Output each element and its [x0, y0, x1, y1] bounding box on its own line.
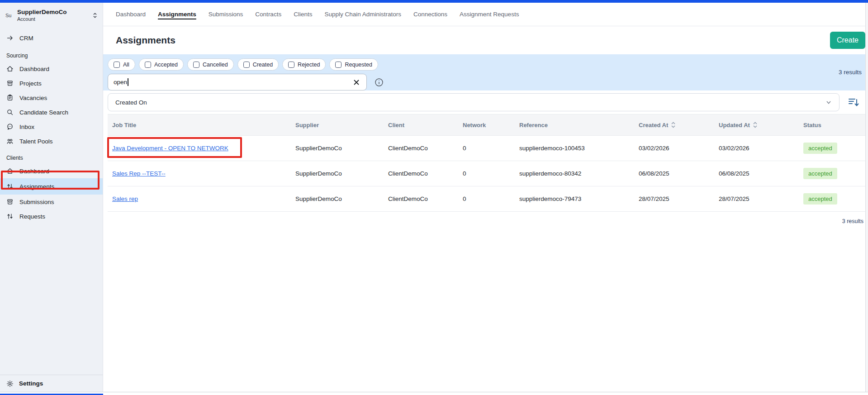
sidebar-item-label: Talent Pools [19, 138, 53, 145]
clear-search-icon[interactable] [352, 78, 361, 87]
column-header-supplier: Supplier [291, 122, 384, 128]
supplier-cell: SupplierDemoCo [291, 170, 384, 177]
account-switcher[interactable]: Su SupplierDemoCo Account [0, 3, 103, 27]
filter-chip-requested[interactable]: Requested [329, 58, 378, 71]
results-count: 3 results [839, 69, 862, 76]
checkbox[interactable] [145, 62, 151, 68]
sidebar-item-clients-dashboard[interactable]: Dashboard [0, 164, 103, 178]
column-header-client: Client [384, 122, 458, 128]
sidebar-item-crm[interactable]: CRM [0, 30, 103, 46]
tab-dashboard[interactable]: Dashboard [116, 11, 146, 18]
sidebar-item-label: Assignments [19, 183, 54, 190]
sort-chevrons-icon[interactable] [671, 122, 676, 128]
sidebar-item-label: Dashboard [19, 168, 49, 175]
tab-contracts[interactable]: Contracts [255, 11, 281, 18]
tab-assignment-requests[interactable]: Assignment Requests [460, 11, 519, 18]
vertical-scrollbar[interactable] [865, 3, 868, 392]
create-button[interactable]: Create [830, 32, 865, 49]
sidebar-item-label: CRM [19, 35, 33, 42]
status-badge: accepted [803, 143, 837, 154]
column-header-updated-at[interactable]: Updated At [714, 122, 799, 128]
page-title: Assignments [116, 35, 175, 46]
filter-chip-accepted[interactable]: Accepted [139, 58, 184, 71]
checkbox[interactable] [193, 62, 199, 68]
settings-label: Settings [19, 380, 43, 387]
supplier-cell: SupplierDemoCo [291, 145, 384, 152]
client-cell: ClientDemoCo [384, 195, 458, 202]
sidebar-item-label: Projects [19, 80, 42, 87]
client-cell: ClientDemoCo [384, 170, 458, 177]
chevron-down-icon [825, 99, 832, 105]
window-bottom-edge [0, 392, 868, 392]
swap-arrows-icon [6, 183, 14, 190]
sort-direction-button[interactable] [847, 96, 860, 109]
filter-chip-rejected[interactable]: Rejected [282, 58, 326, 71]
column-header-status: Status [799, 122, 865, 128]
column-header-created-at[interactable]: Created At [634, 122, 714, 128]
updated-at-cell: 28/07/2025 [714, 195, 799, 202]
created-at-cell: 03/02/2026 [634, 145, 714, 152]
stack-icon [6, 80, 14, 87]
table-row: Java Development - OPEN TO NETWORK Suppl… [108, 136, 865, 161]
sidebar-item-assignments[interactable]: Assignments [0, 178, 103, 195]
stack-icon [6, 198, 14, 205]
job-title-link[interactable]: Java Development - OPEN TO NETWORK [112, 145, 228, 152]
filter-chip-all[interactable]: All [108, 58, 135, 71]
network-cell: 0 [458, 195, 515, 202]
sort-field-value: Created On [115, 99, 147, 106]
sidebar-item-candidate-search[interactable]: Candidate Search [0, 105, 103, 119]
column-header-job-title: Job Title [108, 122, 291, 128]
filter-chip-created[interactable]: Created [237, 58, 279, 71]
checkbox[interactable] [243, 62, 250, 68]
people-icon [6, 138, 14, 145]
created-at-cell: 06/08/2025 [634, 170, 714, 177]
sidebar-item-label: Vacancies [19, 95, 47, 101]
sidebar-item-settings[interactable]: Settings [0, 375, 103, 392]
checkbox[interactable] [114, 62, 120, 68]
footer-results-count: 3 results [103, 212, 865, 224]
tab-supply-chain-administrators[interactable]: Supply Chain Administrators [324, 11, 401, 18]
tab-clients[interactable]: Clients [294, 11, 312, 18]
sidebar-item-submissions[interactable]: Submissions [0, 195, 103, 209]
info-icon[interactable] [375, 78, 384, 87]
sort-chevrons-icon[interactable] [753, 122, 758, 128]
sort-field-select[interactable]: Created On [108, 93, 840, 111]
text-cursor [128, 78, 128, 86]
reference-cell: supplierdemoco-80342 [515, 170, 634, 177]
tab-connections[interactable]: Connections [413, 11, 447, 18]
sidebar-section-clients: Clients [0, 148, 103, 164]
chat-icon [6, 123, 14, 130]
client-cell: ClientDemoCo [384, 145, 458, 152]
tab-assignments[interactable]: Assignments [158, 11, 196, 18]
sidebar-item-label: Submissions [19, 199, 54, 205]
job-title-link[interactable]: Sales Rep --TEST-- [112, 170, 166, 177]
sidebar-item-sourcing-dashboard[interactable]: Dashboard [0, 62, 103, 76]
reference-cell: supplierdemoco-100453 [515, 145, 634, 152]
home-icon [6, 167, 14, 175]
sidebar-item-label: Candidate Search [19, 109, 68, 116]
top-navigation: Dashboard Assignments Submissions Contra… [103, 3, 865, 26]
column-header-reference: Reference [515, 122, 634, 128]
table-header-row: Job Title Supplier Client Network Refere… [108, 114, 865, 136]
checkbox[interactable] [335, 62, 342, 68]
sidebar-section-sourcing: Sourcing [0, 46, 103, 62]
table-row: Sales rep SupplierDemoCo ClientDemoCo 0 … [108, 186, 865, 212]
sidebar-item-projects[interactable]: Projects [0, 76, 103, 90]
tab-submissions[interactable]: Submissions [209, 11, 243, 18]
search-input[interactable]: open [108, 74, 367, 90]
filter-bar: All Accepted Cancelled Created Rejected [103, 54, 865, 90]
app-window: Su SupplierDemoCo Account CRM Sourcing D… [0, 0, 868, 395]
filter-chip-cancelled[interactable]: Cancelled [187, 58, 234, 71]
sort-descending-icon [847, 96, 860, 109]
sidebar-item-requests[interactable]: Requests [0, 209, 103, 224]
sidebar-item-vacancies[interactable]: Vacancies [0, 90, 103, 105]
reference-cell: supplierdemoco-79473 [515, 195, 634, 202]
sidebar-item-talent-pools[interactable]: Talent Pools [0, 134, 103, 148]
checkbox[interactable] [288, 62, 294, 68]
sidebar-item-inbox[interactable]: Inbox [0, 119, 103, 134]
network-cell: 0 [458, 145, 515, 152]
status-badge: accepted [803, 193, 837, 205]
supplier-cell: SupplierDemoCo [291, 195, 384, 202]
sidebar: Su SupplierDemoCo Account CRM Sourcing D… [0, 3, 103, 392]
job-title-link[interactable]: Sales rep [112, 195, 138, 202]
